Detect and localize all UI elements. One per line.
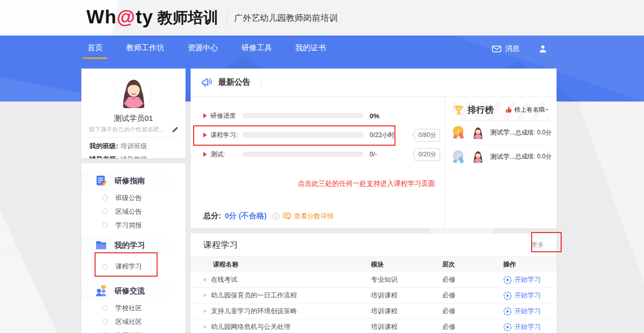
section-title: 我的学习 <box>114 241 145 250</box>
progress-value: 0% <box>370 112 403 120</box>
signature-row[interactable]: 留下属于自己的个性签名吧... <box>89 126 178 134</box>
top-header: Wh@ty 教师培训 广外艺幼儿园教师岗前培训 <box>0 0 644 36</box>
leaderboard-row-1[interactable]: 1 测试学... 总成绩: 0.0分 <box>452 121 549 145</box>
course-module: 专业知识 <box>371 275 442 284</box>
sidebar-item-topic-discussion[interactable]: 主题讨论 <box>81 328 186 333</box>
profile-card: 测试学员01 留下属于自己的个性签名吧... 我的班级: 培训班级 辅导老师: … <box>81 69 186 158</box>
nav-item-home[interactable]: 首页 <box>86 42 104 56</box>
folder-icon <box>95 239 108 252</box>
course-name: 幼儿园网络危机与公关处理 <box>211 322 290 331</box>
info-icon[interactable]: i <box>272 213 280 220</box>
sidebar-item-region-community[interactable]: 区域社区 <box>81 315 186 328</box>
announcement-header: 最新公告 <box>191 69 557 97</box>
sidebar-menu: 研修指南 班级公告 区域公告 学习简报 我的学习 课程学习 <box>81 163 186 333</box>
bullet-icon <box>203 325 206 328</box>
messages-label: 消息 <box>505 44 519 53</box>
messages-button[interactable]: 消息 <box>492 44 519 53</box>
sidebar-item-label: 区域社区 <box>115 317 142 326</box>
gold-medal-icon: 1 <box>452 126 465 139</box>
pencil-icon[interactable] <box>172 127 178 133</box>
red-arrow-icon <box>203 152 207 157</box>
nav-item-resources[interactable]: 资源中心 <box>187 42 219 56</box>
leaderboard-score: 总成绩: 0.0分 <box>515 152 551 161</box>
progress-label: 研修进度 <box>210 112 242 120</box>
course-name-cell[interactable]: 在线考试 <box>203 275 371 284</box>
silver-medal-icon: 2 <box>452 150 465 163</box>
class-value: 培训班级 <box>120 142 147 151</box>
avatar <box>471 125 485 140</box>
start-learning-button[interactable]: 开始学习 <box>503 322 544 331</box>
brand-logo: Wh@ty 教师培训 广外艺幼儿园教师岗前培训 <box>86 6 338 28</box>
nav-item-certificates[interactable]: 我的证书 <box>294 42 327 56</box>
course-module: 培训课程 <box>371 322 442 331</box>
header-level: 层次 <box>442 260 503 269</box>
avatar <box>115 75 152 111</box>
rank-number: 1 <box>453 126 464 137</box>
course-name-cell[interactable]: 支持儿童学习的环境创设策略 <box>203 307 371 316</box>
site-subtitle: 广外艺幼儿园教师岗前培训 <box>234 12 338 28</box>
announcement-title[interactable]: 最新公告 <box>218 77 251 88</box>
bullet-icon <box>203 278 206 281</box>
rank-number: 2 <box>453 150 464 161</box>
radio-icon <box>102 222 108 228</box>
course-level: 必修 <box>442 307 503 316</box>
sidebar-item-region-announcements[interactable]: 区域公告 <box>81 205 186 218</box>
leaderboard-subtitle-text: 榜上有名哦~ <box>514 106 548 114</box>
leaderboard-row-2[interactable]: 2 测试学... 总成绩: 0.0分 <box>452 145 549 169</box>
radio-icon <box>102 195 108 201</box>
clipboard-icon <box>95 174 108 187</box>
annotation-text: 点击此三处的任何一处支持进入课程学习页面 <box>298 179 435 188</box>
score-detail-icon[interactable] <box>283 212 291 220</box>
courses-title: 课程学习 <box>203 239 238 251</box>
course-name: 幼儿园保育员的一日工作流程 <box>211 291 297 300</box>
sidebar-item-class-announcements[interactable]: 班级公告 <box>81 191 186 205</box>
leaderboard-name: 测试学... <box>490 152 515 161</box>
menu-section-exchange: 研修交流 <box>81 281 186 301</box>
course-name: 支持儿童学习的环境创设策略 <box>211 307 297 316</box>
course-name-cell[interactable]: 幼儿园网络危机与公关处理 <box>203 322 371 331</box>
bullet-icon <box>203 294 206 297</box>
divider <box>88 137 178 138</box>
play-icon <box>503 307 512 316</box>
bullet-icon <box>203 310 206 313</box>
start-learning-button[interactable]: 开始学习 <box>503 307 544 316</box>
envelope-icon <box>492 46 501 52</box>
nav-right: 消息 <box>492 36 547 62</box>
leaderboard-name: 测试学... <box>490 128 515 137</box>
start-learning-label: 开始学习 <box>514 291 541 300</box>
total-score-label: 总分: <box>203 211 221 221</box>
total-score-value: 0分 (不合格) <box>225 211 267 221</box>
highlight-box-sidebar <box>95 252 158 277</box>
start-learning-button[interactable]: 开始学习 <box>503 275 544 284</box>
page: Wh@ty 教师培训 广外艺幼儿园教师岗前培训 首页 教师工作坊 资源中心 研修… <box>0 0 644 333</box>
menu-section-guide: 研修指南 <box>81 171 186 191</box>
progress-row-test[interactable]: 测试: 0/- 0/20分 <box>203 150 445 159</box>
sidebar-item-label: 区域公告 <box>115 207 142 216</box>
user-icon[interactable] <box>539 45 547 53</box>
courses-table-header: 课程名称 模块 层次 操作 <box>191 257 557 272</box>
table-row: 支持儿童学习的环境创设策略 培训课程 必修 开始学习 <box>191 304 557 319</box>
radio-icon <box>102 305 108 311</box>
leaderboard-subtitle: 榜上有名哦~ <box>505 106 548 114</box>
trophy-icon <box>453 105 464 116</box>
highlight-box-progress <box>193 125 395 146</box>
divider <box>261 77 261 89</box>
class-label: 我的班级: <box>89 142 118 151</box>
dashboard-card: 最新公告 研修进度 0% 课程学习: 0/22小时 0/80分 测试: 0 <box>191 69 557 228</box>
header-action: 操作 <box>503 260 544 269</box>
start-learning-button[interactable]: 开始学习 <box>503 291 544 300</box>
score-label: 总成绩: <box>515 129 535 136</box>
signature-placeholder: 留下属于自己的个性签名吧... <box>89 126 172 134</box>
course-name-cell[interactable]: 幼儿园保育员的一日工作流程 <box>203 291 371 300</box>
progress-bar <box>242 152 363 157</box>
sidebar-item-school-community[interactable]: 学校社区 <box>81 301 186 315</box>
score-detail-link[interactable]: 查看分数详情 <box>294 212 334 221</box>
sidebar-item-study-brief[interactable]: 学习简报 <box>81 218 186 232</box>
course-level: 必修 <box>442 291 503 300</box>
logo-text: Wh@ty <box>86 6 154 28</box>
profile-name: 测试学员01 <box>81 114 186 123</box>
sidebar-item-label: 主题讨论 <box>115 331 142 333</box>
nav-item-workshop[interactable]: 教师工作坊 <box>125 42 165 56</box>
score-value: 0.0分 <box>537 129 552 136</box>
nav-item-tools[interactable]: 研修工具 <box>240 42 273 56</box>
